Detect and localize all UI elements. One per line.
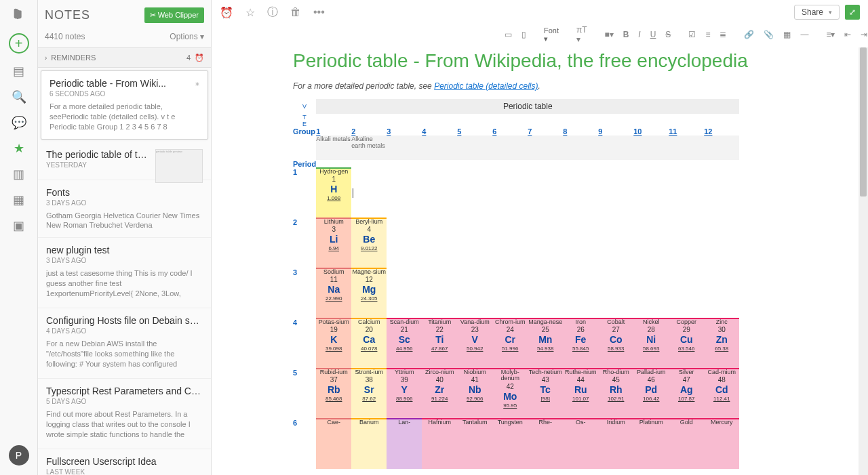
element-[interactable]: Iridium bbox=[598, 419, 633, 469]
element-Sr[interactable]: Stront-ium38Sr87.62 bbox=[351, 369, 387, 419]
outdent-icon[interactable]: ⇤ bbox=[844, 30, 851, 39]
note-item[interactable]: Configuring Hosts file on Debain server … bbox=[38, 308, 211, 379]
group-7[interactable]: 7 bbox=[528, 127, 563, 136]
group-8[interactable]: 8 bbox=[563, 127, 598, 136]
element-Zr[interactable]: Zirco-nium40Zr91.224 bbox=[422, 369, 457, 419]
note-item[interactable]: Fullscreen Userscript IdeaLAST WEEK bbox=[38, 449, 211, 475]
element-[interactable]: Tantalum bbox=[457, 419, 492, 469]
undo-icon[interactable]: ▯ bbox=[521, 30, 526, 39]
note-item[interactable]: Typescript Rest Parameters and Common5 D… bbox=[38, 379, 211, 449]
element-Pd[interactable]: Pallad-ium46Pd106.42 bbox=[633, 369, 669, 419]
shortcuts-star-icon[interactable]: ★ bbox=[11, 140, 27, 157]
note-item[interactable]: ⁎Periodic table - From Wiki...6 SECONDS … bbox=[41, 70, 208, 140]
element-Rb[interactable]: Rubid-ium37Rb85.468 bbox=[316, 369, 351, 419]
element-[interactable]: Lan- bbox=[387, 419, 422, 469]
element-Tc[interactable]: Tech-netium43Tc[98] bbox=[528, 369, 563, 419]
element-Mo[interactable]: Molyb-denum42Mo95.95 bbox=[492, 369, 528, 419]
element-Ag[interactable]: Silver47Ag107.87 bbox=[669, 369, 704, 419]
element-Sc[interactable]: Scan-dium21Sc44.956 bbox=[387, 318, 422, 369]
element-Fe[interactable]: Iron26Fe55.845 bbox=[563, 318, 598, 369]
note-title[interactable]: Periodic table - From Wikipedia, the fre… bbox=[293, 50, 849, 72]
element-[interactable]: Tungsten bbox=[492, 419, 528, 469]
avatar[interactable]: P bbox=[9, 445, 29, 466]
attach-icon[interactable]: 📎 bbox=[764, 30, 774, 39]
element-[interactable]: Rhe- bbox=[528, 419, 563, 469]
group-1[interactable]: 1 bbox=[316, 127, 351, 136]
font-dropdown[interactable]: Font ▾ bbox=[544, 26, 559, 43]
vte-t[interactable]: T bbox=[293, 114, 316, 121]
font-size-icon[interactable]: πT ▾ bbox=[576, 25, 587, 44]
element-Y[interactable]: Yttrium39Y88.906 bbox=[387, 369, 422, 419]
more-icon[interactable]: ••• bbox=[313, 6, 325, 18]
element-Be[interactable]: Beryl-lium4Be9.0122 bbox=[351, 218, 387, 268]
underline-icon[interactable]: U bbox=[650, 30, 656, 39]
element-[interactable]: Hafnium bbox=[422, 419, 457, 469]
strike-icon[interactable]: S bbox=[665, 30, 671, 39]
element-Cr[interactable]: Chrom-ium24Cr51.996 bbox=[492, 318, 528, 369]
element-Nb[interactable]: Niobium41Nb92.906 bbox=[457, 369, 492, 419]
element-Cd[interactable]: Cad-mium48Cd112.41 bbox=[704, 369, 739, 419]
element-Ni[interactable]: Nickel28Ni58.693 bbox=[633, 318, 669, 369]
web-clipper-button[interactable]: Web Clipper bbox=[144, 7, 204, 23]
element-H[interactable]: Hydro-gen1H1.008 bbox=[316, 168, 351, 218]
element-Zn[interactable]: Zinc30Zn65.38 bbox=[704, 318, 739, 369]
group-12[interactable]: 12 bbox=[704, 127, 739, 136]
group-2[interactable]: 2 bbox=[351, 127, 387, 136]
group-3[interactable]: 3 bbox=[387, 127, 422, 136]
element-Ti[interactable]: Titanium22Ti47.867 bbox=[422, 318, 457, 369]
note-item[interactable]: Fonts3 DAYS AGOGotham Georgia Helvetica … bbox=[38, 180, 211, 239]
link-icon[interactable]: 🔗 bbox=[744, 30, 754, 39]
checkbox-icon[interactable]: ☑ bbox=[688, 30, 696, 39]
share-button[interactable]: Share▾ bbox=[794, 5, 840, 20]
reminder-icon[interactable]: ⏰ bbox=[220, 6, 233, 19]
star-icon[interactable]: ☆ bbox=[245, 6, 255, 19]
element-[interactable]: Os- bbox=[563, 419, 598, 469]
notes-scroll[interactable]: ⁎Periodic table - From Wiki...6 SECONDS … bbox=[38, 68, 211, 475]
align-icon[interactable]: ≡▾ bbox=[826, 30, 835, 39]
content-scrollbar[interactable] bbox=[859, 47, 868, 475]
work-chat-icon[interactable]: 💬 bbox=[11, 115, 27, 131]
element-Mg[interactable]: Magne-sium12Mg24.305 bbox=[351, 268, 387, 318]
indent-icon[interactable]: ⇥ bbox=[861, 30, 867, 39]
element-Ca[interactable]: Calcium20Ca40.078 bbox=[351, 318, 387, 369]
element-Cu[interactable]: Copper29Cu63.546 bbox=[669, 318, 704, 369]
options-dropdown[interactable]: Options ▾ bbox=[170, 32, 204, 41]
element-[interactable]: Gold bbox=[669, 419, 704, 469]
bold-icon[interactable]: B bbox=[623, 30, 629, 39]
group-11[interactable]: 11 bbox=[669, 127, 704, 136]
group-9[interactable]: 9 bbox=[598, 127, 633, 136]
element-[interactable]: Cae- bbox=[316, 419, 351, 469]
element-K[interactable]: Potas-sium19K39.098 bbox=[316, 318, 351, 369]
element-Li[interactable]: Lithium3Li6.94 bbox=[316, 218, 351, 268]
stack-icon[interactable]: ▦ bbox=[11, 192, 27, 208]
element-Ru[interactable]: Ruthe-nium44Ru101.07 bbox=[563, 369, 598, 419]
hr-icon[interactable]: — bbox=[800, 30, 808, 39]
element-Mn[interactable]: Manga-nese25Mn54.938 bbox=[528, 318, 563, 369]
element-[interactable]: Mercury bbox=[704, 419, 739, 469]
table-icon[interactable]: ▦ bbox=[783, 30, 791, 39]
search-icon[interactable]: 🔍 bbox=[11, 89, 27, 105]
element-[interactable]: Platinum bbox=[633, 419, 669, 469]
color-icon[interactable]: ■▾ bbox=[604, 30, 613, 39]
italic-icon[interactable]: I bbox=[638, 30, 640, 39]
tags-icon[interactable]: ▣ bbox=[11, 218, 27, 234]
expand-button[interactable]: ⤢ bbox=[845, 5, 860, 20]
notes-icon[interactable]: ▤ bbox=[11, 63, 27, 79]
note-content[interactable]: Periodic table - From Wikipedia, the fre… bbox=[212, 24, 868, 475]
new-note-button[interactable]: + bbox=[9, 33, 29, 54]
ol-icon[interactable]: ≣ bbox=[719, 30, 726, 39]
reminders-header[interactable]: › REMINDERS 4 ⏰ bbox=[38, 47, 211, 68]
group-4[interactable]: 4 bbox=[422, 127, 457, 136]
info-icon[interactable]: ⓘ bbox=[267, 5, 278, 20]
note-item[interactable]: new plugin test3 DAYS AGOjust a test cas… bbox=[38, 238, 211, 308]
trash-icon[interactable]: 🗑 bbox=[290, 6, 301, 18]
detail-link[interactable]: Periodic table (detailed cells) bbox=[434, 81, 538, 91]
group-6[interactable]: 6 bbox=[492, 127, 528, 136]
group-10[interactable]: 10 bbox=[633, 127, 669, 136]
element-V[interactable]: Vana-dium23V50.942 bbox=[457, 318, 492, 369]
element-Co[interactable]: Cobalt27Co58.933 bbox=[598, 318, 633, 369]
scrollbar-thumb[interactable] bbox=[860, 47, 867, 197]
element-Na[interactable]: Sodium11Na22.990 bbox=[316, 268, 351, 318]
element-Rh[interactable]: Rho-dium45Rh102.91 bbox=[598, 369, 633, 419]
cursor-cell[interactable] bbox=[351, 168, 387, 218]
